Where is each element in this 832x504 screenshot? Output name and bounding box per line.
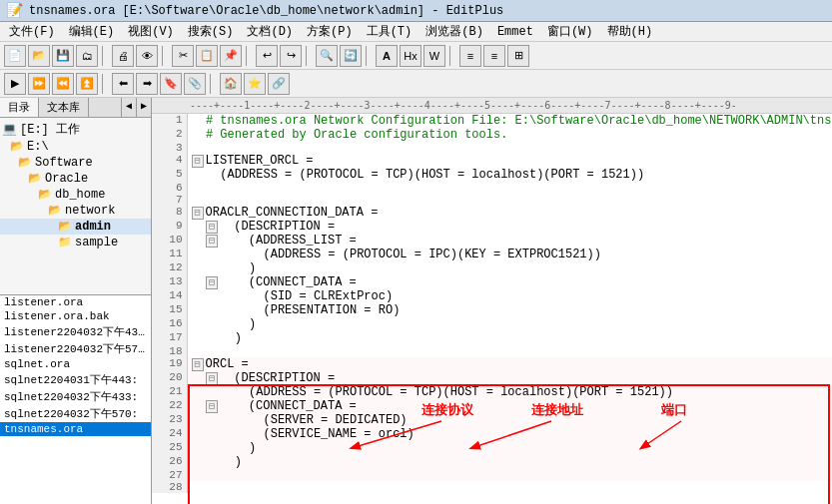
- line-code-11: (ADDRESS = (PROTOCOL = IPC)(KEY = EXTPRO…: [187, 248, 832, 261]
- panel-nav-arrows: ◀ ▶: [121, 98, 151, 117]
- menu-browser[interactable]: 浏览器(B): [420, 22, 488, 41]
- tab-library[interactable]: 文本库: [39, 98, 89, 117]
- undo-btn[interactable]: ↩: [256, 45, 278, 67]
- tb2-btn4[interactable]: ⏫: [76, 73, 98, 95]
- tree-folder-oracle[interactable]: Oracle: [0, 171, 151, 187]
- file-sqlnet-2204032-2[interactable]: sqlnet2204032下午570:: [0, 405, 151, 422]
- panel-prev-btn[interactable]: ◀: [121, 98, 136, 117]
- menu-view[interactable]: 视图(V): [123, 22, 179, 41]
- save-all-btn[interactable]: 🗂: [76, 45, 98, 67]
- align-left-btn[interactable]: ≡: [459, 45, 481, 67]
- file-list: listener.ora listener.ora.bak listener22…: [0, 294, 151, 504]
- paste-btn[interactable]: 📌: [220, 45, 242, 67]
- line-code-20: ⊟ (DESCRIPTION =: [187, 371, 832, 385]
- redo-btn[interactable]: ↪: [280, 45, 302, 67]
- tree-folder-dbhome[interactable]: db_home: [0, 187, 151, 203]
- code-line-4: 4⊟LISTENER_ORCL =: [152, 154, 832, 168]
- menu-window[interactable]: 窗口(W): [542, 22, 598, 41]
- code-line-16: 16 ): [152, 317, 832, 331]
- file-sqlnet-2204032-1[interactable]: sqlnet2204032下午433:: [0, 388, 151, 405]
- menu-help[interactable]: 帮助(H): [602, 22, 658, 41]
- copy-btn[interactable]: 📋: [196, 45, 218, 67]
- menu-document[interactable]: 文档(D): [242, 22, 298, 41]
- file-sqlnet-2204031[interactable]: sqlnet2204031下午443:: [0, 371, 151, 388]
- line-code-19: ⊟ORCL =: [187, 357, 832, 371]
- tree-folder-network[interactable]: network: [0, 203, 151, 219]
- tree-folder-sample[interactable]: sample: [0, 235, 151, 251]
- toolbar2-sep-2: [210, 74, 216, 94]
- line-number-18: 18: [152, 345, 187, 357]
- line-number-21: 21: [152, 385, 187, 399]
- code-line-7: 7: [152, 194, 832, 206]
- align-right-btn[interactable]: ≡: [483, 45, 505, 67]
- toolbar-sep-2: [162, 46, 168, 66]
- toolbar-sep-1: [102, 46, 108, 66]
- line-code-3: [187, 142, 832, 154]
- tb2-btn9[interactable]: 🏠: [220, 73, 242, 95]
- tb2-btn11[interactable]: 🔗: [268, 73, 290, 95]
- tree-drive-e[interactable]: 💻[E:] 工作: [0, 120, 151, 139]
- col-mode-btn[interactable]: ⊞: [507, 45, 529, 67]
- code-line-21: 21 (ADDRESS = (PROTOCOL = TCP)(HOST = lo…: [152, 385, 832, 399]
- line-number-22: 22: [152, 399, 187, 413]
- line-number-20: 20: [152, 371, 187, 385]
- file-listener-ora[interactable]: listener.ora: [0, 295, 151, 309]
- menu-search[interactable]: 搜索(S): [183, 22, 239, 41]
- tb2-btn8[interactable]: 📎: [184, 73, 206, 95]
- line-code-4: ⊟LISTENER_ORCL =: [187, 154, 832, 168]
- tree-folder-software[interactable]: Software: [0, 155, 151, 171]
- menu-bar: 文件(F) 编辑(E) 视图(V) 搜索(S) 文档(D) 方案(P) 工具(T…: [0, 22, 832, 42]
- line-number-13: 13: [152, 275, 187, 289]
- file-listener-bak[interactable]: listener.ora.bak: [0, 309, 151, 323]
- menu-emmet[interactable]: Emmet: [492, 24, 538, 40]
- code-line-15: 15 (PRESENTATION = RO): [152, 303, 832, 317]
- code-area[interactable]: 1 # tnsnames.ora Network Configuration F…: [152, 114, 832, 504]
- tb2-btn2[interactable]: ⏩: [28, 73, 50, 95]
- line-code-18: [187, 345, 832, 357]
- line-code-26: ): [187, 455, 832, 469]
- line-number-7: 7: [152, 194, 187, 206]
- tb2-btn6[interactable]: ➡: [136, 73, 158, 95]
- font-size-btn[interactable]: Hx: [400, 45, 421, 67]
- cut-btn[interactable]: ✂: [172, 45, 194, 67]
- line-number-25: 25: [152, 441, 187, 455]
- tree-folder-e[interactable]: E:\: [0, 139, 151, 155]
- code-line-23: 23 (SERVER = DEDICATED): [152, 413, 832, 427]
- app-icon: 📝: [6, 2, 23, 19]
- tb2-btn3[interactable]: ⏪: [52, 73, 74, 95]
- line-code-17: ): [187, 331, 832, 345]
- new-file-btn[interactable]: 📄: [4, 45, 26, 67]
- line-code-8: ⊟ORACLR_CONNECTION_DATA =: [187, 206, 832, 220]
- code-line-24: 24 (SERVICE_NAME = orcl): [152, 427, 832, 441]
- font-bold-btn[interactable]: A: [376, 45, 398, 67]
- file-listener-2204032-1[interactable]: listener2204032下午433:: [0, 323, 151, 340]
- menu-edit[interactable]: 编辑(E): [64, 22, 120, 41]
- panel-next-btn[interactable]: ▶: [136, 98, 151, 117]
- open-file-btn[interactable]: 📂: [28, 45, 50, 67]
- tb2-btn7[interactable]: 🔖: [160, 73, 182, 95]
- replace-btn[interactable]: 🔄: [340, 45, 362, 67]
- file-listener-2204032-2[interactable]: listener2204032下午570:: [0, 340, 151, 357]
- file-sqlnet-ora[interactable]: sqlnet.ora: [0, 357, 151, 371]
- save-btn[interactable]: 💾: [52, 45, 74, 67]
- tb2-btn1[interactable]: ▶: [4, 73, 26, 95]
- line-code-14: (SID = CLRExtProc): [187, 289, 832, 303]
- find-btn[interactable]: 🔍: [316, 45, 338, 67]
- preview-btn[interactable]: 👁: [136, 45, 158, 67]
- print-btn[interactable]: 🖨: [112, 45, 134, 67]
- line-number-23: 23: [152, 413, 187, 427]
- menu-file[interactable]: 文件(F): [4, 22, 60, 41]
- file-tnsnames-ora[interactable]: tnsnames.ora: [0, 422, 151, 436]
- tab-directory[interactable]: 目录: [0, 98, 39, 117]
- line-code-15: (PRESENTATION = RO): [187, 303, 832, 317]
- word-wrap-btn[interactable]: W: [423, 45, 445, 67]
- code-line-28: 28: [152, 481, 832, 493]
- menu-tools[interactable]: 工具(T): [362, 22, 417, 41]
- toolbar-1: 📄 📂 💾 🗂 🖨 👁 ✂ 📋 📌 ↩ ↪ 🔍 🔄 A Hx W ≡ ≡ ⊞: [0, 42, 832, 70]
- tree-folder-admin[interactable]: admin: [0, 219, 151, 235]
- line-code-13: ⊟ (CONNECT_DATA =: [187, 275, 832, 289]
- tb2-btn10[interactable]: ⭐: [244, 73, 266, 95]
- tb2-btn5[interactable]: ⬅: [112, 73, 134, 95]
- window-title: tnsnames.ora [E:\Software\Oracle\db_home…: [29, 4, 503, 18]
- menu-project[interactable]: 方案(P): [302, 22, 358, 41]
